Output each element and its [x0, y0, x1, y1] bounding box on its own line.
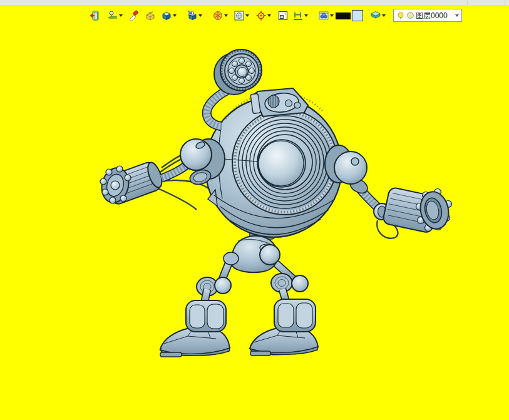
- exit-door-icon[interactable]: [89, 10, 100, 21]
- dimension-h-icon[interactable]: [292, 10, 304, 21]
- wireframe-wheel-dropdown[interactable]: [224, 14, 228, 17]
- pelvis: [224, 236, 280, 272]
- lightbulb-icon: [396, 11, 405, 20]
- viewport-square-icon[interactable]: [277, 10, 289, 21]
- line-width-swatch[interactable]: [336, 13, 351, 19]
- display-mode-cube-icon[interactable]: [187, 10, 198, 21]
- eraser-knife-icon[interactable]: [128, 10, 139, 21]
- display-mode-dropdown[interactable]: [198, 14, 202, 17]
- scene-cluster-icon[interactable]: [318, 10, 329, 21]
- layer-combo[interactable]: 图层0000: [393, 9, 462, 22]
- window-title-strip: [0, 0, 509, 6]
- top-hatch: [250, 88, 308, 116]
- speaker-dome: [259, 141, 304, 186]
- dimension-h-dropdown[interactable]: [304, 14, 308, 17]
- scene-cluster-dropdown[interactable]: [330, 14, 334, 17]
- render-lamp-icon[interactable]: [107, 10, 118, 21]
- target-crosshair-dropdown[interactable]: [267, 14, 271, 17]
- target-crosshair-icon[interactable]: [255, 10, 267, 21]
- left-arm-hose: [162, 165, 187, 178]
- strip-separator: [505, 1, 505, 5]
- background-frame-icon[interactable]: [234, 10, 245, 21]
- strip-separator: [467, 1, 468, 5]
- color-swatch[interactable]: [352, 10, 363, 21]
- robot-model[interactable]: [0, 6, 509, 420]
- layer-color-circle-icon: [406, 11, 414, 19]
- right-hand: [383, 187, 452, 233]
- layers-stack-icon[interactable]: [370, 10, 381, 21]
- main-toolbar: 图层0000: [0, 6, 509, 24]
- layers-stack-dropdown[interactable]: [382, 14, 386, 17]
- render-lamp-dropdown[interactable]: [119, 14, 123, 17]
- shaded-cube-dropdown[interactable]: [173, 14, 177, 17]
- shaded-cube-icon[interactable]: [161, 10, 172, 21]
- head: [214, 49, 262, 95]
- material-box-icon[interactable]: [145, 10, 156, 21]
- wireframe-wheel-icon[interactable]: [212, 10, 224, 21]
- dropdown-arrow-icon[interactable]: [455, 14, 459, 17]
- layer-combo-value: 图层0000: [416, 12, 448, 19]
- viewport-canvas[interactable]: [0, 6, 509, 420]
- robot-parts: [98, 49, 452, 357]
- background-frame-dropdown[interactable]: [245, 14, 249, 17]
- left-hand: [98, 160, 165, 206]
- cad-application-window: { "window": { "top_strip_color": "#e3e5e…: [0, 0, 509, 420]
